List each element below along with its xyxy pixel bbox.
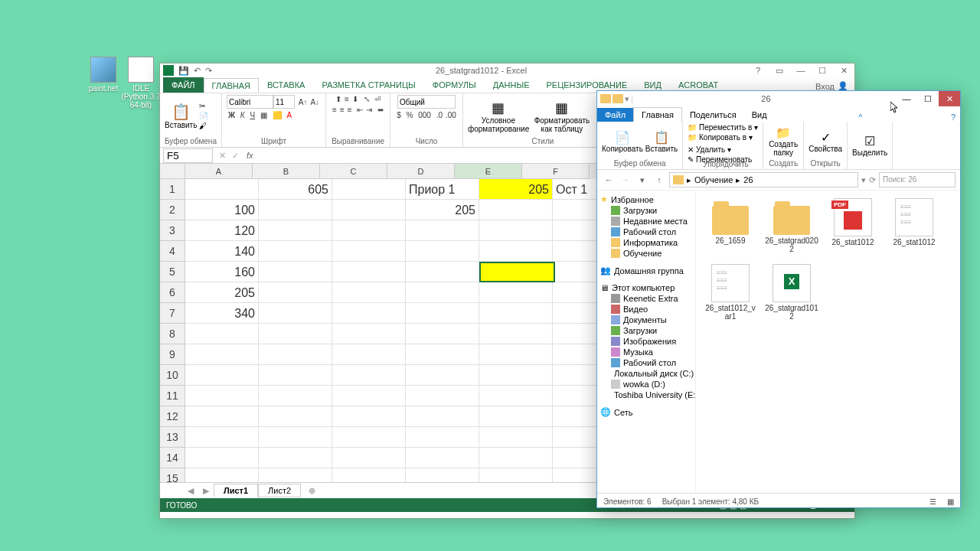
collapse-ribbon-icon[interactable]: ^ bbox=[854, 112, 867, 122]
cell[interactable] bbox=[332, 406, 406, 427]
cell[interactable] bbox=[259, 344, 332, 365]
nav-cdrive[interactable]: Локальный диск (C:) bbox=[599, 368, 694, 379]
cell[interactable] bbox=[479, 241, 553, 262]
dropdown-icon[interactable]: ▾ bbox=[861, 175, 866, 185]
cell[interactable] bbox=[479, 406, 553, 427]
tab-file[interactable]: Файл bbox=[597, 108, 633, 122]
col-header-c[interactable]: C bbox=[320, 164, 387, 179]
cell[interactable]: 120 bbox=[185, 220, 259, 241]
paste-button[interactable]: Вставить bbox=[165, 121, 197, 129]
properties-button[interactable]: Свойства bbox=[808, 145, 842, 153]
nav-video[interactable]: Видео bbox=[599, 304, 694, 315]
cell[interactable] bbox=[259, 282, 332, 303]
cell[interactable] bbox=[332, 427, 406, 448]
tab-formulas[interactable]: ФОРМУЛЫ bbox=[424, 77, 485, 93]
paste-icon[interactable]: 📋 bbox=[645, 130, 678, 145]
inc-decimal-icon[interactable]: .0 bbox=[435, 110, 444, 120]
wrap-text-icon[interactable]: ⏎ bbox=[373, 94, 382, 104]
row-header[interactable]: 3 bbox=[160, 220, 185, 241]
nav-edrive[interactable]: Toshiba University (E:) bbox=[599, 390, 694, 400]
align-center-icon[interactable]: ≡ bbox=[338, 105, 346, 115]
row-header[interactable]: 9 bbox=[160, 344, 185, 365]
file-item-folder[interactable]: 26_statgrad0202 bbox=[765, 198, 818, 253]
cell[interactable] bbox=[479, 324, 553, 344]
number-format-select[interactable] bbox=[397, 95, 456, 109]
file-item-pdf[interactable]: 26_stat1012 bbox=[826, 198, 880, 253]
row-header[interactable]: 7 bbox=[160, 303, 185, 324]
cell[interactable] bbox=[259, 220, 332, 241]
maximize-button[interactable]: ☐ bbox=[917, 91, 939, 106]
up-button[interactable]: ↑ bbox=[652, 173, 666, 187]
row-header[interactable]: 13 bbox=[160, 427, 185, 448]
cell[interactable] bbox=[332, 386, 406, 406]
cell[interactable] bbox=[259, 468, 332, 482]
font-color-icon[interactable]: A bbox=[285, 110, 293, 120]
nav-study[interactable]: Обучение bbox=[599, 248, 694, 259]
new-folder-icon[interactable]: 📁 bbox=[768, 126, 799, 140]
cell[interactable]: 605 bbox=[259, 179, 332, 200]
nav-network[interactable]: 🌐Сеть bbox=[599, 406, 694, 418]
nav-recent[interactable]: Недавние места bbox=[599, 216, 694, 227]
file-item-txt[interactable]: 26_stat1012 bbox=[887, 198, 941, 253]
nav-desktop2[interactable]: Рабочий стол bbox=[599, 357, 694, 368]
nav-homegroup[interactable]: 👥Домашняя группа bbox=[599, 265, 694, 276]
cell[interactable] bbox=[185, 427, 259, 448]
col-header-a[interactable]: A bbox=[185, 164, 253, 179]
copy-icon[interactable]: 📄 bbox=[602, 130, 643, 145]
cell[interactable] bbox=[479, 427, 553, 448]
select-button[interactable]: Выделить bbox=[852, 148, 887, 157]
search-input[interactable]: Поиск: 26 bbox=[879, 172, 956, 187]
cell[interactable] bbox=[332, 241, 406, 262]
cell[interactable] bbox=[332, 344, 406, 365]
cell[interactable] bbox=[259, 365, 332, 386]
enter-icon[interactable]: ✓ bbox=[229, 151, 242, 161]
cell[interactable] bbox=[479, 386, 553, 406]
cell[interactable] bbox=[406, 365, 479, 386]
breadcrumb-item[interactable]: Обучение bbox=[694, 175, 733, 184]
cell[interactable] bbox=[479, 200, 553, 220]
tab-layout[interactable]: РАЗМЕТКА СТРАНИЦЫ bbox=[313, 77, 423, 93]
tab-data[interactable]: ДАННЫЕ bbox=[485, 77, 538, 93]
cell[interactable] bbox=[259, 406, 332, 427]
cell[interactable] bbox=[406, 468, 479, 482]
cell[interactable] bbox=[332, 468, 406, 482]
format-painter-icon[interactable]: 🖌 bbox=[199, 122, 208, 130]
desktop-icon-idle[interactable]: IDLE (Python 3.7 64-bit) bbox=[121, 57, 161, 109]
row-header[interactable]: 1 bbox=[160, 179, 185, 200]
cell[interactable] bbox=[332, 262, 406, 282]
cell[interactable] bbox=[332, 220, 406, 241]
nav-documents[interactable]: Документы bbox=[599, 315, 694, 325]
format-table-button[interactable]: Форматировать как таблицу bbox=[531, 116, 593, 133]
minimize-button[interactable]: — bbox=[790, 64, 812, 77]
cell[interactable] bbox=[259, 324, 332, 344]
conditional-format-icon[interactable]: ▦ bbox=[468, 99, 529, 116]
cell[interactable]: 205 bbox=[406, 200, 479, 220]
cell[interactable] bbox=[332, 303, 406, 324]
row-header[interactable]: 5 bbox=[160, 262, 185, 282]
nav-informatics[interactable]: Информатика bbox=[599, 237, 694, 248]
desktop-icon-paintnet[interactable]: paint.net bbox=[83, 57, 123, 93]
navigation-pane[interactable]: ★Избранное Загрузки Недавние места Рабоч… bbox=[597, 191, 696, 493]
cell[interactable] bbox=[406, 386, 479, 406]
cell[interactable]: 160 bbox=[185, 262, 259, 282]
name-box[interactable] bbox=[163, 148, 213, 163]
cell[interactable] bbox=[332, 179, 406, 200]
moveto-button[interactable]: 📁 Переместить в ▾ bbox=[688, 123, 758, 132]
files-pane[interactable]: 26_1659 26_statgrad0202 26_stat1012 26_s… bbox=[696, 191, 960, 493]
cell[interactable] bbox=[332, 282, 406, 303]
comma-icon[interactable]: 000 bbox=[416, 110, 433, 120]
row-header[interactable]: 10 bbox=[160, 365, 185, 386]
increase-indent-icon[interactable]: ⇥ bbox=[364, 105, 374, 115]
cell[interactable] bbox=[185, 468, 259, 482]
row-header[interactable]: 8 bbox=[160, 324, 185, 344]
redo-icon[interactable]: ↷ bbox=[205, 66, 212, 76]
cell[interactable] bbox=[259, 262, 332, 282]
breadcrumb-item[interactable]: 26 bbox=[743, 175, 753, 184]
cell[interactable] bbox=[259, 448, 332, 468]
help-button[interactable]: ? bbox=[747, 64, 769, 77]
cut-icon[interactable]: ✂ bbox=[199, 102, 208, 110]
cell[interactable] bbox=[406, 406, 479, 427]
cell[interactable] bbox=[185, 365, 259, 386]
cell[interactable] bbox=[479, 303, 553, 324]
currency-icon[interactable]: $ bbox=[395, 110, 403, 120]
